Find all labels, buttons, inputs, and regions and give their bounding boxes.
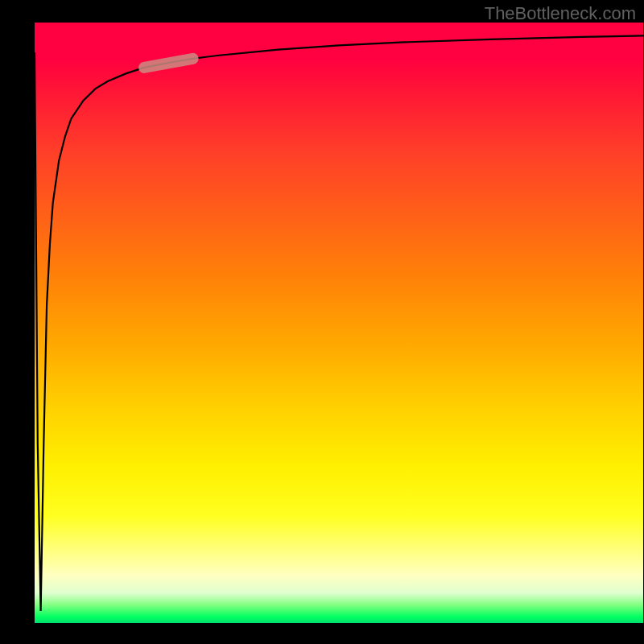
watermark-text: TheBottleneck.com bbox=[485, 3, 636, 24]
curve-marker bbox=[144, 59, 192, 68]
chart-area bbox=[35, 23, 643, 623]
chart-svg bbox=[35, 23, 643, 623]
bottleneck-curve-line bbox=[35, 35, 643, 611]
bottom-black-bar bbox=[0, 623, 644, 644]
